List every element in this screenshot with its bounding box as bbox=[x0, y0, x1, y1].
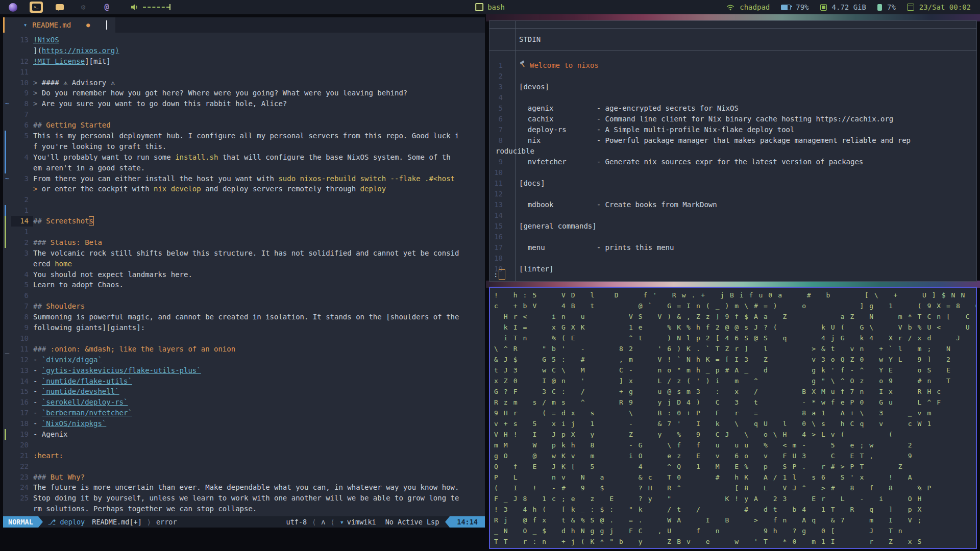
matrix-row: 9 H r ( = d x s \ B : 0 + P F r = 8 a 1 … bbox=[494, 408, 976, 418]
pager-line: 7 deploy-rs - A Simple multi-profile Nix… bbox=[489, 124, 976, 135]
line-number: 18 bbox=[489, 253, 513, 264]
line-number: 6 bbox=[489, 114, 513, 124]
editor-line[interactable]: 7 bbox=[3, 109, 485, 120]
editor-line[interactable]: 15- `numtide/devshell` bbox=[3, 386, 485, 397]
line-text: em aren't in a good state. bbox=[33, 163, 485, 173]
gutter-marker bbox=[3, 205, 11, 216]
matrix-window: ! h : 5 V D l D f ' R w . + j B i f u 0 … bbox=[489, 287, 977, 549]
editor-line[interactable]: 14- `numtide/flake-utils` bbox=[3, 376, 485, 387]
editor-line[interactable]: ~8> Are you sure you want to go down thi… bbox=[3, 98, 485, 109]
editor-line[interactable]: 20 bbox=[3, 440, 485, 450]
pager-cursor bbox=[499, 269, 505, 280]
editor-line[interactable]: 11 bbox=[3, 67, 485, 78]
editor-line[interactable]: 2 bbox=[3, 194, 485, 205]
chat-glyph bbox=[56, 4, 64, 10]
diagnostic-status: error bbox=[156, 518, 177, 526]
line-number: 9 bbox=[11, 88, 33, 98]
firefox-icon[interactable] bbox=[6, 2, 19, 13]
editor-line[interactable]: 8Summoning is powerful magic, and cannot… bbox=[3, 312, 485, 322]
editor-line[interactable]: 10 bbox=[3, 333, 485, 344]
editor-line[interactable]: rm solutions. Perhaps together we can st… bbox=[3, 504, 485, 514]
editor-line[interactable]: 21:heart: bbox=[3, 450, 485, 461]
pager-line: 6 cachix - Command line client for Nix b… bbox=[489, 114, 976, 124]
editor-line[interactable]: 22 bbox=[3, 461, 485, 472]
matrix-row: c + b V 4 B t @ ` G = I n ( _ ) m \ # = … bbox=[494, 300, 976, 311]
editor-line[interactable]: 12- `divnix/digga` bbox=[3, 355, 485, 365]
line-number: 7 bbox=[11, 301, 33, 312]
editor-line[interactable]: 2### Status: Beta bbox=[3, 237, 485, 248]
editor-line[interactable]: 5Learn to adopt Chaos. bbox=[3, 280, 485, 290]
matrix-row: R z m s / m s ^ R 9 y j D 4 ) C 3 t - * … bbox=[494, 397, 976, 408]
line-number: 18 bbox=[11, 418, 33, 429]
editor-line[interactable]: 14## Screetshots bbox=[3, 216, 485, 227]
gutter-marker bbox=[3, 227, 11, 237]
gutter-marker bbox=[3, 78, 11, 88]
line-text: [general commands] bbox=[519, 221, 976, 232]
terminal-icon[interactable]: >_ bbox=[30, 2, 43, 13]
gutter-marker bbox=[3, 120, 11, 131]
gutter-marker bbox=[3, 237, 11, 248]
line-number: 10 bbox=[11, 78, 33, 88]
editor-line[interactable]: ](https://nixos.org) bbox=[3, 45, 485, 56]
editor-line[interactable]: f you're looking to graft this. bbox=[3, 141, 485, 152]
pager-line: 5 agenix - age-encrypted secrets for Nix… bbox=[489, 103, 976, 114]
line-number: 10 bbox=[489, 167, 513, 178]
editor-line[interactable]: 4You'll probably want to run some instal… bbox=[3, 152, 485, 163]
editor-line[interactable]: 4You should not expect landmarks here. bbox=[3, 269, 485, 280]
chat-icon[interactable] bbox=[53, 2, 66, 13]
gutter-marker bbox=[3, 141, 11, 152]
volume-handle[interactable] bbox=[169, 4, 170, 10]
editor-line[interactable]: 23### But Why? bbox=[3, 472, 485, 483]
editor-line[interactable]: 1 bbox=[3, 227, 485, 237]
lsp-status: No Active Lsp bbox=[385, 518, 439, 526]
editor-line[interactable]: 3The volcanic rock still shifts below th… bbox=[3, 248, 485, 259]
line-number: 3 bbox=[489, 82, 513, 92]
gutter-marker bbox=[3, 472, 11, 483]
line-text bbox=[519, 210, 976, 221]
editor-line[interactable]: 13!NixOS bbox=[3, 35, 485, 45]
editor-line[interactable]: 9> Do you remember how you got here? Whe… bbox=[3, 88, 485, 98]
editor-line[interactable]: 7## Shoulders bbox=[3, 301, 485, 312]
line-number: 7 bbox=[489, 124, 513, 135]
line-text bbox=[519, 92, 976, 103]
line-text bbox=[33, 290, 485, 301]
line-number: 12 bbox=[489, 189, 513, 199]
editor-line[interactable]: 6## Getting Started bbox=[3, 120, 485, 131]
editor-line[interactable]: > or enter the cockpit with nix develop … bbox=[3, 184, 485, 194]
pager-line: 14 bbox=[489, 210, 976, 221]
editor-line[interactable]: 18- `NixOS/nixpkgs` bbox=[3, 418, 485, 429]
editor-line[interactable]: 9following giants][giants]: bbox=[3, 322, 485, 333]
line-text: From there you can either install the ho… bbox=[33, 173, 485, 184]
volume-slider[interactable] bbox=[143, 7, 169, 8]
editor-line[interactable]: 12!MIT License][mit] bbox=[3, 56, 485, 67]
editor-line[interactable]: 1 bbox=[3, 205, 485, 216]
editor-line[interactable]: 6 bbox=[3, 290, 485, 301]
volume-control[interactable] bbox=[131, 4, 169, 11]
pager-prompt[interactable]: : bbox=[494, 269, 505, 280]
editor-line[interactable]: em aren't in a good state. bbox=[3, 163, 485, 173]
editor-line[interactable]: 25Stop doing it by yourself, unless we l… bbox=[3, 493, 485, 504]
editor-line[interactable]: 24The future is more uncertain than ever… bbox=[3, 482, 485, 493]
speaker-icon bbox=[131, 4, 139, 11]
line-number: 10 bbox=[11, 333, 33, 344]
editor-line[interactable]: 13- `gytis-ivaskevicius/flake-utils-plus… bbox=[3, 365, 485, 376]
editor-line[interactable]: 10> #### ⚠ Advisory ⚠ bbox=[3, 78, 485, 88]
editor-line[interactable]: 19- Agenix bbox=[3, 429, 485, 440]
editor-line[interactable]: _11### :onion: &mdash; like the layers o… bbox=[3, 344, 485, 355]
editor-content: 13!NixOS](https://nixos.org)12!MIT Licen… bbox=[3, 34, 485, 516]
editor-line[interactable]: 17- `berberman/nvfetcher` bbox=[3, 408, 485, 418]
editor-line[interactable]: ered home bbox=[3, 259, 485, 269]
tab-readme[interactable]: ▾ README.md ● bbox=[3, 17, 115, 33]
line-text bbox=[519, 253, 976, 264]
line-text: You should not expect landmarks here. bbox=[33, 269, 485, 280]
gutter-marker bbox=[3, 333, 11, 344]
editor-line[interactable]: ~3From there you can either install the … bbox=[3, 173, 485, 184]
pager-content: 1Welcome to nixos23[devos]45 agenix - ag… bbox=[489, 60, 976, 274]
editor-line[interactable]: 16- `serokell/deploy-rs` bbox=[3, 397, 485, 408]
settings-gear-icon[interactable]: ⚙ bbox=[77, 2, 90, 13]
at-icon[interactable]: @ bbox=[100, 2, 113, 13]
line-text: !MIT License][mit] bbox=[33, 56, 485, 67]
line-number: 1 bbox=[11, 227, 33, 237]
editor-line[interactable]: 5This is my personal deployment hub. I c… bbox=[3, 131, 485, 141]
matrix-row: Q f E J K [ 5 4 ^ Q 1 M E % p S P . r # … bbox=[494, 461, 976, 472]
